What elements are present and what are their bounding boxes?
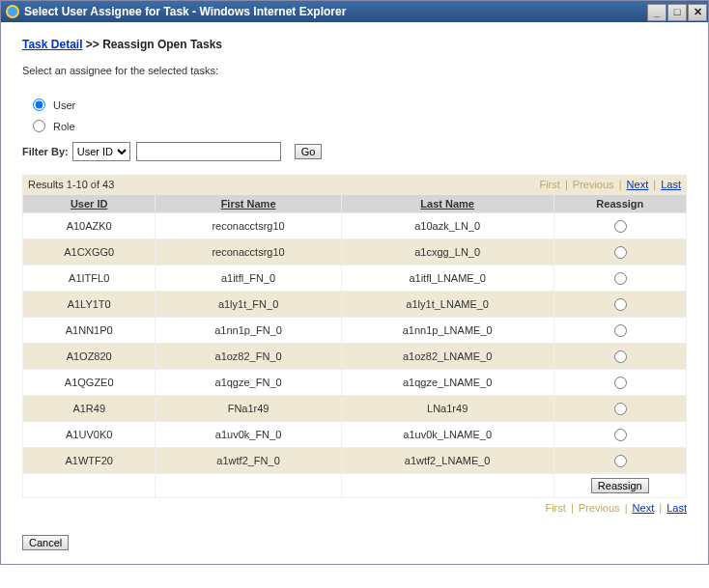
cell-reassign: [553, 344, 686, 370]
table-row: A1OZ820a1oz82_FN_0a1oz82_LNAME_0: [23, 344, 687, 370]
cell-first-name: a1wtf2_FN_0: [156, 448, 341, 474]
cell-user-id: A1CXGG0: [23, 239, 156, 266]
close-button[interactable]: ✕: [688, 4, 707, 21]
cell-user-id: A1R49: [23, 396, 156, 422]
ie-icon: [5, 4, 20, 19]
cell-last-name: a1cxgg_LN_0: [341, 239, 553, 266]
cell-first-name: a1oz82_FN_0: [156, 344, 341, 370]
pager-next[interactable]: Next: [627, 179, 649, 190]
reassign-radio[interactable]: [614, 324, 627, 337]
cancel-button[interactable]: Cancel: [22, 535, 69, 550]
table-row: A1WTF20a1wtf2_FN_0a1wtf2_LNAME_0: [23, 448, 687, 474]
reassign-radio[interactable]: [614, 220, 627, 233]
window-frame: Select User Assignee for Task - Windows …: [0, 0, 709, 565]
minimize-button[interactable]: _: [647, 4, 666, 21]
radio-user-label[interactable]: User: [53, 99, 75, 111]
col-user-id[interactable]: User ID: [23, 195, 156, 213]
reassign-radio[interactable]: [614, 429, 627, 441]
window-title: Select User Assignee for Task - Windows …: [24, 5, 647, 18]
col-last-name[interactable]: Last Name: [341, 195, 553, 213]
breadcrumb: Task Detail >> Reassign Open Tasks: [22, 38, 687, 51]
cell-reassign: [553, 292, 686, 318]
cell-last-name: a10azk_LN_0: [341, 213, 553, 239]
reassign-radio[interactable]: [614, 403, 627, 415]
breadcrumb-sep: >>: [86, 38, 99, 51]
table-row: A1CXGG0reconacctsrg10a1cxgg_LN_0: [23, 239, 687, 266]
cell-last-name: a1qgze_LNAME_0: [341, 370, 553, 396]
cell-last-name: a1uv0k_LNAME_0: [341, 422, 553, 448]
cell-first-name: a1nn1p_FN_0: [156, 318, 341, 344]
cell-user-id: A1ITFL0: [23, 266, 156, 292]
reassign-radio[interactable]: [614, 377, 627, 389]
breadcrumb-link-task-detail[interactable]: Task Detail: [22, 38, 82, 51]
table-body: A10AZK0reconacctsrg10a10azk_LN_0A1CXGG0r…: [23, 213, 687, 474]
reassign-button[interactable]: Reassign: [591, 478, 649, 493]
breadcrumb-current: Reassign Open Tasks: [102, 38, 222, 51]
reassign-radio[interactable]: [614, 246, 627, 259]
filter-label: Filter By:: [22, 146, 69, 157]
go-button[interactable]: Go: [295, 144, 323, 159]
cell-reassign: [553, 448, 686, 474]
results-summary: Results 1-10 of 43: [28, 179, 539, 190]
instruction-text: Select an assignee for the selected task…: [22, 65, 687, 76]
cell-last-name: a1wtf2_LNAME_0: [341, 448, 553, 474]
pager-first: First: [539, 179, 559, 190]
reassign-radio[interactable]: [614, 350, 627, 363]
pager-previous-b: Previous: [579, 502, 620, 514]
col-reassign: Reassign: [553, 195, 686, 213]
window-buttons: _ □ ✕: [647, 3, 708, 21]
results-band: Results 1-10 of 43 First | Previous | Ne…: [22, 175, 687, 194]
pager-last[interactable]: Last: [661, 179, 681, 190]
cell-reassign: [553, 422, 686, 448]
radio-user[interactable]: [33, 98, 45, 111]
pager-first-b: First: [545, 502, 565, 514]
pager-bottom-wrap: First | Previous | Next | Last: [22, 502, 687, 514]
cell-first-name: a1ly1t_FN_0: [156, 292, 341, 318]
filter-row: Filter By: User ID Go: [22, 142, 687, 161]
assignee-table: User ID First Name Last Name Reassign A1…: [22, 194, 687, 498]
titlebar: Select User Assignee for Task - Windows …: [1, 1, 708, 22]
reassign-radio[interactable]: [614, 455, 627, 467]
table-row: A1NN1P0a1nn1p_FN_0a1nn1p_LNAME_0: [23, 318, 687, 344]
cell-user-id: A1QGZE0: [23, 370, 156, 396]
cell-first-name: reconacctsrg10: [156, 239, 341, 266]
cell-first-name: a1uv0k_FN_0: [156, 422, 341, 448]
filter-by-select[interactable]: User ID: [72, 142, 130, 161]
pager-next-b[interactable]: Next: [633, 502, 655, 514]
cell-first-name: FNa1r49: [156, 396, 341, 422]
cell-first-name: a1qgze_FN_0: [156, 370, 341, 396]
reassign-radio[interactable]: [614, 272, 627, 285]
table-row: A1LY1T0a1ly1t_FN_0a1ly1t_LNAME_0: [23, 292, 687, 318]
table-row: A10AZK0reconacctsrg10a10azk_LN_0: [23, 213, 687, 239]
cell-reassign: [553, 370, 686, 396]
table-row: A1R49FNa1r49LNa1r49: [23, 396, 687, 422]
content: Task Detail >> Reassign Open Tasks Selec…: [1, 22, 708, 564]
cell-user-id: A10AZK0: [23, 213, 156, 239]
cell-last-name: LNa1r49: [341, 396, 553, 422]
cell-user-id: A1WTF20: [23, 448, 156, 474]
radio-role-label[interactable]: Role: [53, 121, 75, 132]
table-row: A1UV0K0a1uv0k_FN_0a1uv0k_LNAME_0: [23, 422, 687, 448]
cell-user-id: A1NN1P0: [23, 318, 156, 344]
reassign-radio[interactable]: [614, 298, 627, 311]
filter-input[interactable]: [136, 142, 281, 161]
assignee-type-role-row: Role: [28, 115, 687, 132]
pager-bottom: First | Previous | Next | Last: [545, 502, 687, 514]
maximize-button[interactable]: □: [667, 4, 687, 21]
cell-first-name: a1itfl_FN_0: [156, 266, 341, 292]
table-row: A1ITFL0a1itfl_FN_0a1itfl_LNAME_0: [23, 266, 687, 292]
cell-last-name: a1oz82_LNAME_0: [341, 344, 553, 370]
table-row: A1QGZE0a1qgze_FN_0a1qgze_LNAME_0: [23, 370, 687, 396]
cell-user-id: A1OZ820: [23, 344, 156, 370]
pager-last-b[interactable]: Last: [666, 502, 687, 514]
cell-reassign: [553, 239, 686, 266]
cell-reassign: [553, 213, 686, 239]
cell-last-name: a1nn1p_LNAME_0: [341, 318, 553, 344]
pager-previous: Previous: [573, 179, 614, 190]
cell-last-name: a1itfl_LNAME_0: [341, 266, 553, 292]
radio-role[interactable]: [33, 120, 45, 132]
table-footer-row: Reassign: [23, 474, 687, 498]
col-first-name[interactable]: First Name: [156, 195, 341, 213]
cell-user-id: A1LY1T0: [23, 292, 156, 318]
assignee-type-user-row: User: [28, 94, 687, 111]
